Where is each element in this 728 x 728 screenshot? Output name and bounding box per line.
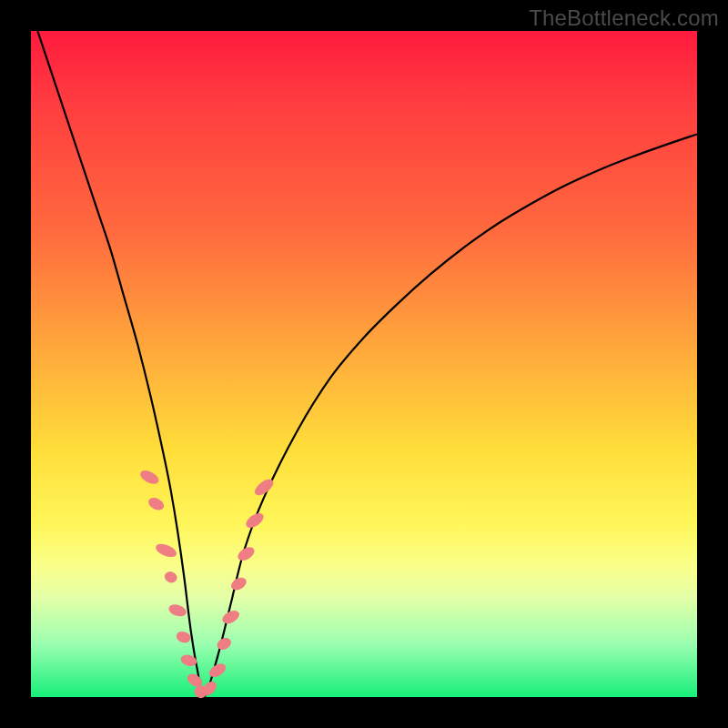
curve-marker <box>163 570 178 584</box>
curve-marker <box>215 635 233 652</box>
bottleneck-curve <box>37 31 697 697</box>
curve-marker <box>243 511 266 531</box>
plot-area <box>31 31 697 697</box>
curve-marker <box>229 575 249 592</box>
curve-marker <box>207 661 228 680</box>
curve-marker <box>147 495 167 512</box>
watermark-text: TheBottleneck.com <box>529 5 719 31</box>
curve-marker <box>167 602 188 619</box>
curve-marker <box>138 468 161 487</box>
curve-marker <box>154 541 178 560</box>
curve-markers <box>138 468 277 698</box>
curve-layer <box>31 31 697 697</box>
curve-marker <box>175 630 192 644</box>
curve-marker <box>220 608 241 626</box>
chart-frame: TheBottleneck.com <box>0 0 728 728</box>
